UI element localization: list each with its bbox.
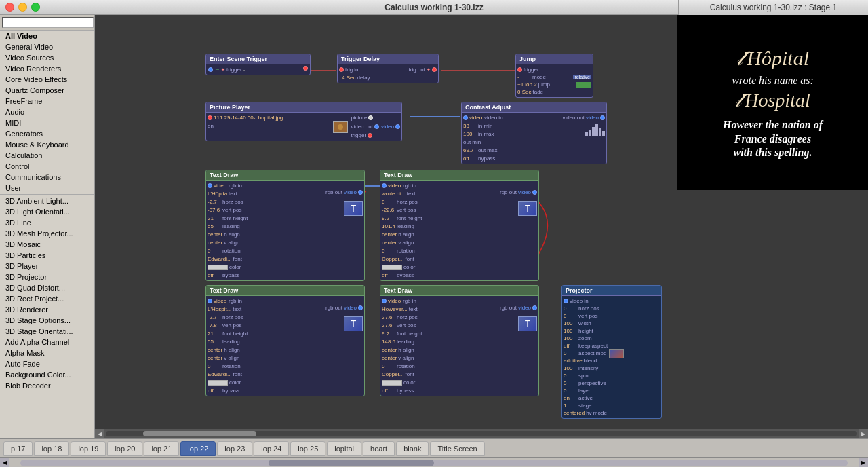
proj-val-aspectmod: 0 (564, 350, 577, 356)
ca-param-bypass: bypass (478, 155, 495, 162)
scroll-left-button[interactable]: ◀ (95, 429, 104, 438)
td3-param-leading: leading (222, 339, 240, 345)
bottom-scroll-bar: ◀ ▶ (0, 457, 868, 467)
sidebar-item-3d-player[interactable]: 3D Player (0, 261, 94, 272)
contrast-bars-display (585, 123, 605, 136)
sidebar-item-background-color[interactable]: Background Color... (0, 369, 94, 380)
sidebar-item-3d-mesh[interactable]: 3D Mesh Projector... (0, 228, 94, 239)
sidebar-item-3d-particles[interactable]: 3D Particles (0, 250, 94, 261)
tab-p17[interactable]: p 17 (3, 441, 33, 456)
sidebar-item-midi[interactable]: MIDI (0, 117, 94, 128)
tab-lop24[interactable]: lop 24 (254, 441, 289, 456)
sidebar-item-alpha-mask[interactable]: Alpha Mask (0, 348, 94, 358)
sidebar-item-general-video[interactable]: General Video (0, 41, 94, 52)
contrast-adjust-node[interactable]: Contrast Adjust video video in 33 in min… (461, 102, 607, 164)
port-pp-video-out2 (395, 124, 400, 129)
proj-param-hvmode: hv mode (586, 410, 607, 416)
tab-title-screen[interactable]: Title Screen (430, 441, 484, 456)
td3-val-valign: center (208, 355, 222, 361)
td2-color-swatch (382, 265, 402, 270)
tab-heart[interactable]: heart (363, 441, 395, 456)
sidebar-item-user[interactable]: User (0, 183, 94, 193)
td3-val-horzpos: -2.7 (208, 314, 221, 320)
tab-lopital[interactable]: lopital (327, 441, 361, 456)
tab-lop21[interactable]: lop 21 (144, 441, 179, 456)
sidebar-item-3d-stage-options[interactable]: 3D Stage Options... (0, 315, 94, 326)
delay-label: delay (357, 75, 370, 81)
traffic-light-red[interactable] (5, 3, 14, 12)
sidebar-item-blob-decoder[interactable]: Blob Decoder (0, 380, 94, 391)
trigger-delay-node[interactable]: Trigger Delay trig in trig out ✦ 4 Sec d… (337, 54, 439, 83)
hscroll-left-arrow[interactable]: ◀ (0, 458, 9, 468)
picture-player-node[interactable]: Picture Player 111:29-14-40.00-Lhopital.… (205, 102, 402, 141)
tab-lop19[interactable]: lop 19 (71, 441, 106, 456)
sidebar-item-generators[interactable]: Generators (0, 128, 94, 139)
tab-lop25[interactable]: lop 25 (290, 441, 326, 456)
td2-val-bypass: off (382, 272, 395, 278)
td4-param-color: color (403, 379, 415, 386)
tab-lop23[interactable]: lop 23 (217, 441, 252, 456)
sidebar-item-all-video[interactable]: All Video (0, 31, 94, 41)
td3-param-fontheight: font height (222, 331, 248, 337)
tab-lop18[interactable]: lop 18 (34, 441, 69, 456)
td2-out-rgb: rgb out (500, 189, 517, 195)
node-title-td4: Text Draw (380, 286, 538, 296)
sidebar-item-3d-ambient[interactable]: 3D Ambient Light... (0, 195, 94, 206)
search-input[interactable] (2, 17, 94, 28)
sidebar-item-audio[interactable]: Audio (0, 107, 94, 117)
enter-scene-trigger-node[interactable]: Enter Scene Trigger → ✦ trigger - (205, 54, 311, 75)
td2-param-vertpos: vert pos (397, 207, 416, 213)
td2-param-horzpos: horz pos (397, 199, 418, 205)
text-draw-node-2[interactable]: Text Draw videorgb in wrote hi...text 0h… (380, 170, 539, 281)
hscroll-thumb[interactable] (269, 460, 434, 466)
scroll-thumb-h[interactable] (143, 431, 256, 436)
sidebar-item-freeframe[interactable]: FreeFrame (0, 96, 94, 107)
projector-node[interactable]: Projector video in 0horz pos 0vert pos 1… (561, 285, 662, 419)
sidebar-item-3d-line[interactable]: 3D Line (0, 217, 94, 228)
proj-val-zoom: 100 (564, 335, 577, 341)
sidebar-item-3d-rect[interactable]: 3D Rect Project... (0, 293, 94, 304)
sidebar-item-3d-light-orientation[interactable]: 3D Light Orientati... (0, 206, 94, 217)
sidebar-list: All Video General Video Video Sources Vi… (0, 31, 94, 438)
text-draw-node-3[interactable]: Text Draw videorgb in L'Hospit...text -2… (205, 285, 365, 396)
td1-param-rgb: rgb in (229, 183, 242, 189)
proj-param-layer: layer (578, 388, 590, 394)
sidebar-item-auto-fade[interactable]: Auto Fade (0, 358, 94, 369)
td3-val-vertpos: -7.8 (208, 322, 221, 329)
canvas-area[interactable]: Enter Scene Trigger → ✦ trigger - (95, 15, 868, 438)
sidebar-item-quartz-composer[interactable]: Quartz Composer (0, 85, 94, 96)
tab-blank[interactable]: blank (396, 441, 429, 456)
tab-lop20[interactable]: lop 20 (107, 441, 142, 456)
sidebar-item-calculation[interactable]: Calculation (0, 150, 94, 161)
proj-param-vertpos: vert pos (578, 313, 597, 319)
scroll-right-button[interactable]: ▶ (859, 429, 868, 438)
hscroll-right-arrow[interactable]: ▶ (859, 458, 868, 468)
tab-lop22[interactable]: lop 22 (180, 441, 216, 456)
sidebar-item-add-alpha[interactable]: Add Alpha Channel (0, 337, 94, 348)
sidebar-item-3d-projector[interactable]: 3D Projector (0, 272, 94, 282)
text-draw-node-4[interactable]: Text Draw videorgb in However...text 27.… (380, 285, 539, 396)
sidebar-item-core-video-effects[interactable]: Core Video Effects (0, 74, 94, 85)
sidebar-item-3d-renderer[interactable]: 3D Renderer (0, 304, 94, 315)
td4-val-video: video (388, 298, 401, 304)
text-draw-node-1[interactable]: Text Draw videorgb in L'Hôpitatext -2.7h… (205, 170, 365, 281)
proj-val-hvmode: centered (564, 410, 585, 416)
sidebar-item-3d-mosaic[interactable]: 3D Mosaic (0, 239, 94, 250)
sidebar-item-3d-quad[interactable]: 3D Quad Distort... (0, 282, 94, 293)
sidebar-item-video-renderers[interactable]: Video Renderers (0, 63, 94, 74)
traffic-light-green[interactable] (31, 3, 40, 12)
td1-param-vertpos: vert pos (222, 207, 241, 213)
traffic-light-yellow[interactable] (18, 3, 27, 12)
proj-val-intensity: 100 (564, 365, 577, 371)
sidebar-item-control[interactable]: Control (0, 161, 94, 172)
sidebar: ✕ All Video General Video Video Sources … (0, 15, 95, 438)
sidebar-item-3d-stage-orientation[interactable]: 3D Stage Orientati... (0, 326, 94, 337)
td1-param-fontheight: font height (222, 215, 248, 221)
sidebar-item-communications[interactable]: Communications (0, 172, 94, 183)
canvas-hscroll[interactable]: ◀ ▶ (95, 429, 868, 438)
td1-port-video (208, 183, 212, 188)
jump-node[interactable]: Jump trigger - mode relative +1 lop 2 ju… (515, 54, 593, 98)
sidebar-item-mouse-keyboard[interactable]: Mouse & Keyboard (0, 139, 94, 150)
sidebar-item-video-sources[interactable]: Video Sources (0, 52, 94, 63)
proj-val-stage: 1 (564, 403, 577, 409)
